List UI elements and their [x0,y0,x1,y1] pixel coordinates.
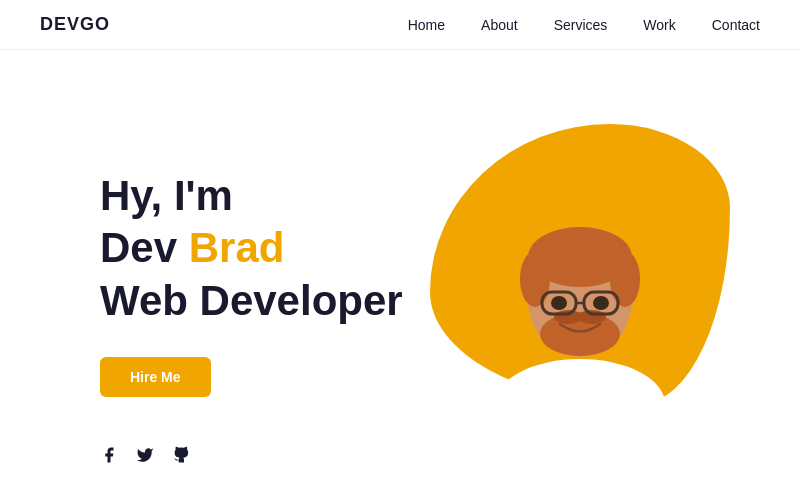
nav-links: Home About Services Work Contact [408,16,760,34]
hero-name-prefix: Dev [100,224,189,271]
hero-name-highlight: Brad [189,224,285,271]
nav-item-about[interactable]: About [481,16,518,34]
nav-item-work[interactable]: Work [643,16,675,34]
svg-point-13 [593,296,609,310]
nav-item-contact[interactable]: Contact [712,16,760,34]
navbar: DEVGO Home About Services Work Contact [0,0,800,50]
nav-item-home[interactable]: Home [408,16,445,34]
nav-link-about[interactable]: About [481,17,518,33]
svg-point-4 [520,251,550,307]
nav-link-home[interactable]: Home [408,17,445,33]
hero-heading: Hy, I'm Dev Brad Web Developer [100,170,420,328]
hero-person-avatar [460,139,700,429]
brand-logo: DEVGO [40,14,110,35]
svg-point-0 [495,359,665,429]
nav-link-work[interactable]: Work [643,17,675,33]
hero-title: Web Developer [100,277,403,324]
nav-link-services[interactable]: Services [554,17,608,33]
hero-section: Hy, I'm Dev Brad Web Developer Hire Me [0,50,800,497]
hero-image-wrapper [420,114,740,454]
nav-item-services[interactable]: Services [554,16,608,34]
svg-point-8 [578,310,606,324]
twitter-icon[interactable] [136,446,154,469]
svg-point-5 [610,251,640,307]
svg-point-7 [554,310,582,324]
social-icons [100,446,190,469]
hero-text: Hy, I'm Dev Brad Web Developer Hire Me [100,170,420,398]
github-icon[interactable] [172,446,190,469]
hero-greeting: Hy, I'm [100,172,233,219]
hire-me-button[interactable]: Hire Me [100,357,211,397]
svg-point-12 [551,296,567,310]
nav-link-contact[interactable]: Contact [712,17,760,33]
facebook-icon[interactable] [100,446,118,469]
